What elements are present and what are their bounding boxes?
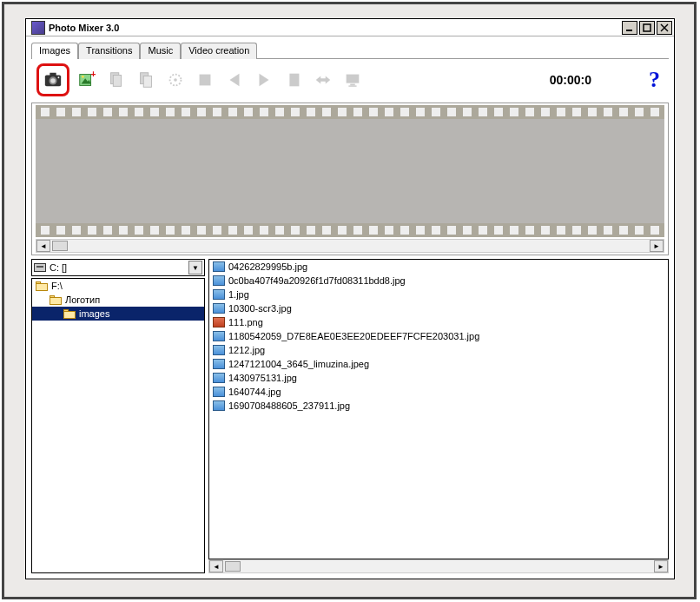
file-name: 1640744.jpg [228,387,281,397]
preview-button[interactable] [340,68,365,92]
tree-item-label: Логотип [65,294,100,305]
add-image-button[interactable]: + [75,68,99,92]
minimize-button[interactable] [622,21,637,35]
svg-rect-22 [289,74,299,87]
scroll-right-icon[interactable]: ► [654,560,668,572]
image-file-icon [213,373,225,383]
file-item[interactable]: 10300-scr3.jpg [209,301,668,315]
next-button[interactable] [252,68,276,92]
image-file-icon [213,387,225,397]
window-title: Photo Mixer 3.0 [49,23,622,33]
file-name: 111.png [228,317,263,327]
tab-transitions[interactable]: Transitions [78,43,140,59]
add-photo-button[interactable] [41,68,65,92]
file-name: 1247121004_3645_limuzina.jpeg [228,359,369,369]
svg-point-11 [82,76,84,78]
file-item[interactable]: 1212.jpg [209,343,668,357]
svg-rect-5 [50,73,56,76]
titlebar: Photo Mixer 3.0 [26,19,674,36]
svg-rect-19 [200,75,211,86]
file-item[interactable]: 1.jpg [209,288,668,301]
scroll-left-icon[interactable]: ◄ [36,240,50,252]
image-file-icon [213,331,225,341]
copy-button[interactable] [104,68,129,92]
scrollbar-thumb[interactable] [52,241,68,251]
drive-selector[interactable]: C: [] ▼ [31,259,205,276]
swap-button[interactable] [311,68,335,92]
file-list[interactable]: 04262829995b.jpg0c0ba407f49a20926f1d7fd0… [208,259,669,559]
file-name: 1212.jpg [228,345,265,355]
drive-label: C: [] [50,262,67,273]
image-file-icon [213,359,225,369]
file-item[interactable]: 1180542059_D7E8EAE0E3EE20EDEEF7FCFE20303… [209,329,668,343]
scrollbar-thumb[interactable] [225,561,241,572]
tab-images[interactable]: Images [31,43,78,59]
file-item[interactable]: 04262829995b.jpg [209,260,668,274]
svg-marker-20 [230,74,240,87]
file-name: 10300-scr3.jpg [228,303,292,314]
scroll-right-icon[interactable]: ► [650,240,664,252]
svg-rect-14 [113,76,121,87]
file-item[interactable]: 1247121004_3645_limuzina.jpeg [209,357,668,371]
filmstrip: ◄ ► [31,103,669,255]
scroll-left-icon[interactable]: ◄ [209,560,223,572]
toolbar: + [31,61,669,99]
image-file-icon [213,317,225,327]
tree-item-label: F:\ [51,281,63,291]
prev-button[interactable] [222,68,247,92]
image-file-icon [213,261,225,272]
svg-rect-1 [644,24,650,31]
app-window: Photo Mixer 3.0 Images Transitions Music… [25,18,675,579]
image-file-icon [213,303,225,314]
paste-button[interactable] [134,68,158,92]
tree-item-label: images [79,308,109,319]
timeline-clock: 00:00:0 [550,73,591,87]
file-item[interactable]: 1430975131.jpg [209,371,668,385]
svg-point-18 [174,78,177,82]
image-file-icon [213,289,225,300]
annotation-frame: Photo Mixer 3.0 Images Transitions Music… [2,2,697,599]
file-item[interactable]: 0c0ba407f49a20926f1d7fd08311bdd8.jpg [209,274,668,288]
file-list-scrollbar[interactable]: ◄ ► [208,559,669,573]
page-button[interactable] [281,68,306,92]
filmstrip-scrollbar[interactable]: ◄ ► [36,239,664,253]
image-file-icon [213,275,225,286]
folder-icon [50,295,62,305]
maximize-button[interactable] [639,21,655,35]
svg-rect-24 [347,75,360,83]
svg-rect-25 [350,84,355,86]
file-name: 04262829995b.jpg [228,261,307,272]
file-name: 1430975131.jpg [228,373,297,383]
file-item[interactable]: 1640744.jpg [209,385,668,399]
help-icon[interactable]: ? [649,67,660,93]
disk-icon [34,263,46,272]
stop-button[interactable] [193,68,217,92]
file-item[interactable]: 1690708488605_237911.jpg [209,399,668,413]
folder-icon [63,309,76,319]
folder-tree[interactable]: F:\Логотипimages [31,278,205,573]
tab-row: Images Transitions Music Video creation [31,42,669,59]
tab-video-creation[interactable]: Video creation [181,43,257,59]
file-name: 1.jpg [228,289,249,300]
svg-marker-23 [316,76,331,83]
svg-rect-26 [348,85,356,86]
file-name: 1180542059_D7E8EAE0E3EE20EDEEF7FCFE20303… [228,331,479,341]
file-name: 1690708488605_237911.jpg [228,400,350,411]
svg-text:+: + [91,70,96,79]
svg-point-7 [50,78,56,83]
tree-item[interactable]: images [32,307,204,321]
close-button[interactable] [657,21,672,35]
chevron-down-icon[interactable]: ▼ [188,261,202,275]
tab-music[interactable]: Music [140,43,181,59]
tree-item[interactable]: F:\ [32,279,204,293]
app-icon [31,21,45,35]
svg-point-8 [58,76,60,78]
image-file-icon [213,345,225,355]
file-item[interactable]: 111.png [209,315,668,329]
sprocket-bottom [36,223,664,237]
filmstrip-body[interactable] [36,119,664,223]
settings-button[interactable] [163,68,188,92]
folder-icon [36,281,48,291]
svg-marker-21 [260,74,269,87]
tree-item[interactable]: Логотип [32,293,204,307]
